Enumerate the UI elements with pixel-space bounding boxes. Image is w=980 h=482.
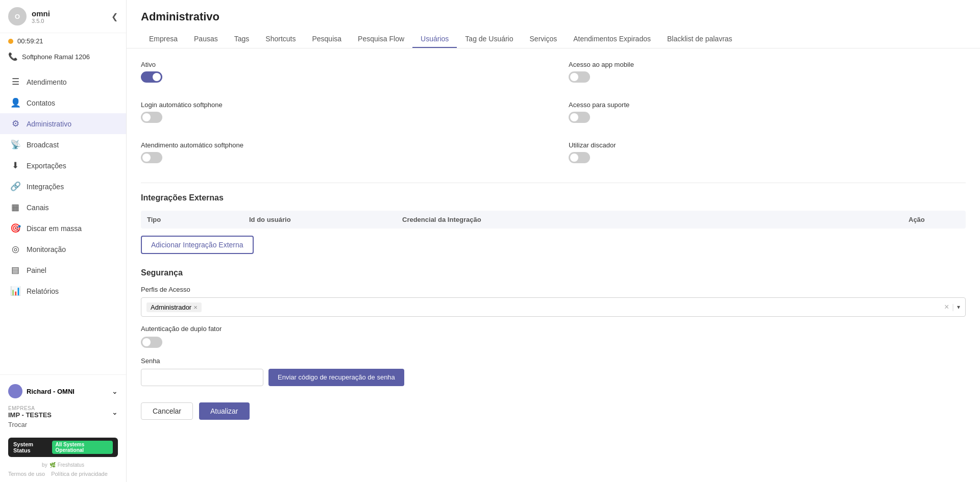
sidebar-item-label: Administrativo	[27, 120, 71, 128]
tab-blacklist[interactable]: Blacklist de palavras	[659, 31, 741, 48]
collapse-sidebar-button[interactable]: ❮	[111, 12, 118, 21]
relatorios-icon: 📊	[10, 286, 20, 296]
tabs-bar: EmpresaPausasTagsShortcutsPesquisaPesqui…	[141, 31, 966, 48]
toggle-atendimento-automatico[interactable]	[141, 152, 162, 163]
select-divider: |	[952, 303, 954, 311]
page-title: Administrativo	[141, 10, 966, 23]
bottom-actions: Cancelar Atualizar	[141, 402, 966, 430]
sidebar-footer: Richard - OMNI ⌄ EMPRESA IMP - TESTES ⌄ …	[0, 374, 126, 482]
company-section: EMPRESA IMP - TESTES ⌄ Trocar	[8, 402, 118, 434]
system-status-label: System Status	[13, 441, 49, 453]
perfis-select[interactable]: Administrador × × | ▾	[141, 297, 966, 317]
tab-empresa[interactable]: Empresa	[141, 31, 186, 48]
cancel-button[interactable]: Cancelar	[141, 402, 193, 420]
sidebar-item-monitoracao[interactable]: ◎ Monitoração	[0, 239, 126, 260]
main-body: Ativo Acesso ao app mobile Login automát…	[127, 48, 980, 482]
discar-em-massa-icon: 🎯	[10, 223, 20, 234]
footer-links: Termos de uso Política de privacidade	[8, 469, 118, 477]
monitoracao-icon: ◎	[10, 244, 20, 255]
freshstatus-label: Freshstatus	[58, 462, 84, 468]
timer-display: 00:59:21	[17, 37, 43, 45]
tab-pesquisa[interactable]: Pesquisa	[304, 31, 350, 48]
update-button[interactable]: Atualizar	[199, 402, 249, 420]
integrations-table-header: Tipo Id do usuário Credencial da Integra…	[141, 211, 966, 229]
sidebar-item-broadcast[interactable]: 📡 Broadcast	[0, 134, 126, 155]
sidebar-nav: ☰ Atendimento👤 Contatos⚙ Administrativo📡…	[0, 67, 126, 374]
sidebar-item-painel[interactable]: ▤ Painel	[0, 260, 126, 281]
toggle-login-automatico[interactable]	[141, 112, 162, 123]
user-section[interactable]: Richard - OMNI ⌄	[8, 380, 118, 402]
select-clear-button[interactable]: ×	[944, 302, 949, 312]
sidebar-header: O omni 3.5.0 ❮	[0, 0, 126, 33]
th-acao: Ação	[909, 216, 960, 223]
phone-row: 📞 Softphone Ramal 1206	[0, 49, 126, 67]
contatos-icon: 👤	[10, 97, 20, 108]
auth-toggle-group: Autenticação de duplo fator	[141, 325, 966, 348]
tab-atendimentos-expirados[interactable]: Atendimentos Expirados	[565, 31, 659, 48]
sidebar-item-relatorios[interactable]: 📊 Relatórios	[0, 281, 126, 301]
toggle-label-acesso-app-mobile: Acesso ao app mobile	[569, 61, 966, 68]
sidebar-item-administrativo[interactable]: ⚙ Administrativo	[0, 113, 126, 134]
tab-tag-usuario[interactable]: Tag de Usuário	[457, 31, 521, 48]
integracoes-icon: 🔗	[10, 181, 20, 192]
sidebar-item-atendimento[interactable]: ☰ Atendimento	[0, 71, 126, 92]
company-label: EMPRESA	[8, 405, 52, 411]
sidebar-item-exportacoes[interactable]: ⬇ Exportações	[0, 155, 126, 176]
tab-usuarios[interactable]: Usuários	[412, 31, 457, 48]
freshstatus-row: by 🌿 Freshstatus	[8, 461, 118, 469]
main-header: Administrativo EmpresaPausasTagsShortcut…	[127, 0, 980, 48]
tab-tags[interactable]: Tags	[226, 31, 258, 48]
powered-by-label: by	[42, 462, 47, 468]
tab-pesquisa-flow[interactable]: Pesquisa Flow	[350, 31, 412, 48]
sidebar-item-integracoes[interactable]: 🔗 Integrações	[0, 176, 126, 197]
sidebar-item-label: Painel	[27, 266, 46, 274]
tab-shortcuts[interactable]: Shortcuts	[257, 31, 304, 48]
privacy-link[interactable]: Política de privacidade	[51, 471, 108, 477]
senha-label: Senha	[141, 357, 966, 365]
toggle-label-login-automatico: Login automático softphone	[141, 101, 538, 109]
password-input[interactable]	[141, 369, 263, 386]
perfis-label: Perfis de Acesso	[141, 286, 966, 293]
th-id: Id do usuário	[249, 216, 402, 223]
brand-version: 3.5.0	[32, 18, 50, 24]
admin-tag-remove[interactable]: ×	[193, 303, 198, 311]
toggle-label-utilizar-discador: Utilizar discador	[569, 141, 966, 149]
sidebar-item-discar-em-massa[interactable]: 🎯 Discar em massa	[0, 218, 126, 239]
sidebar-item-label: Integrações	[27, 183, 64, 191]
select-dropdown-icon[interactable]: ▾	[957, 303, 960, 311]
toggle-group-atendimento-automatico: Atendimento automático softphone	[141, 141, 538, 163]
toggle-acesso-suporte[interactable]	[569, 112, 590, 123]
brand-info: omni 3.5.0	[32, 9, 50, 24]
toggle-label-atendimento-automatico: Atendimento automático softphone	[141, 141, 538, 149]
add-integration-button[interactable]: Adicionar Integração Externa	[141, 236, 254, 254]
toggle-group-acesso-app-mobile: Acesso ao app mobile	[569, 61, 966, 83]
sidebar-item-label: Canais	[27, 204, 49, 212]
company-row[interactable]: EMPRESA IMP - TESTES ⌄	[8, 405, 118, 419]
atendimento-icon: ☰	[10, 77, 20, 87]
sidebar-item-canais[interactable]: ▦ Canais	[0, 197, 126, 218]
th-credencial: Credencial da Integração	[402, 216, 909, 223]
sidebar-item-label: Monitoração	[27, 245, 66, 253]
brand-avatar: O	[8, 7, 27, 26]
system-status-badge: All Systems Operational	[52, 441, 113, 454]
company-name: IMP - TESTES	[8, 411, 52, 419]
user-avatar	[8, 384, 22, 398]
terms-link[interactable]: Termos de uso	[8, 471, 45, 477]
admin-tag: Administrador ×	[146, 302, 202, 312]
main-content: Administrativo EmpresaPausasTagsShortcut…	[127, 0, 980, 482]
toggle-utilizar-discador[interactable]	[569, 152, 590, 163]
toggle-label-acesso-suporte: Acesso para suporte	[569, 101, 966, 109]
admin-tag-label: Administrador	[151, 303, 191, 311]
auth-toggle[interactable]	[141, 337, 162, 348]
select-controls: × | ▾	[944, 302, 960, 312]
toggle-acesso-app-mobile[interactable]	[569, 71, 590, 83]
administrativo-icon: ⚙	[10, 118, 20, 129]
security-section: Segurança Perfis de Acesso Administrador…	[141, 268, 966, 386]
tab-servicos[interactable]: Serviços	[522, 31, 566, 48]
toggle-ativo[interactable]	[141, 71, 162, 83]
sidebar-item-contatos[interactable]: 👤 Contatos	[0, 92, 126, 113]
send-recovery-button[interactable]: Enviar código de recuperação de senha	[268, 369, 404, 386]
trocar-button[interactable]: Trocar	[8, 419, 118, 430]
canais-icon: ▦	[10, 202, 20, 213]
tab-pausas[interactable]: Pausas	[186, 31, 226, 48]
